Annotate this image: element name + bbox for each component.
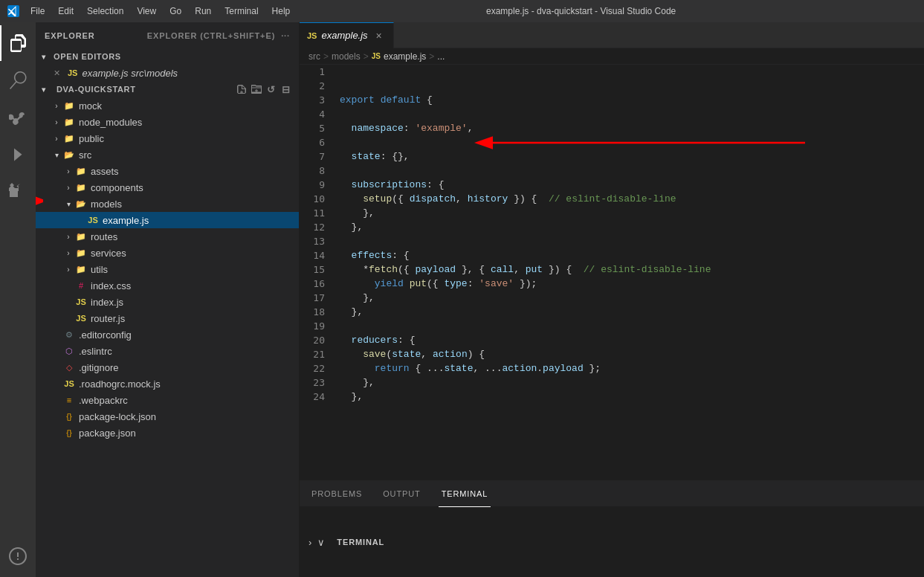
assets-folder-icon: 📁 bbox=[74, 167, 88, 176]
index-js-label: index.js bbox=[91, 297, 123, 308]
code-editor[interactable]: 1 2 3 4 5 6 7 8 9 10 11 12 13 14 15 16 1 bbox=[300, 65, 924, 480]
file-editorconfig[interactable]: › ⚙ .editorconfig bbox=[36, 326, 299, 343]
main-layout: EXPLORER Explorer (Ctrl+Shift+E) ··· ▾ O… bbox=[0, 22, 924, 577]
dva-header-chevron: ▾ bbox=[42, 86, 54, 94]
file-router-js[interactable]: › JS router.js bbox=[36, 310, 299, 326]
breadcrumb-file[interactable]: JS example.js bbox=[372, 51, 427, 62]
folder-src[interactable]: ▾ 📂 src bbox=[36, 146, 299, 163]
menu-run[interactable]: Run bbox=[195, 6, 211, 16]
tab-filename: example.js bbox=[321, 30, 367, 41]
panel-content: › ∨ TERMINAL bbox=[300, 507, 924, 577]
components-label: components bbox=[91, 182, 143, 193]
utils-folder-icon: 📁 bbox=[74, 265, 88, 274]
source-control-activity-icon[interactable] bbox=[0, 100, 36, 135]
remote-activity-icon[interactable] bbox=[0, 538, 36, 574]
line-num-12: 12 bbox=[300, 220, 325, 234]
routes-chevron: › bbox=[62, 233, 74, 241]
refresh-btn[interactable]: ↺ bbox=[265, 83, 278, 96]
line-num-13: 13 bbox=[300, 234, 325, 248]
folder-routes[interactable]: › 📁 routes bbox=[36, 228, 299, 245]
open-editor-close-icon[interactable]: ✕ bbox=[54, 68, 60, 78]
line-num-14: 14 bbox=[300, 248, 325, 262]
breadcrumb-models[interactable]: models bbox=[332, 51, 361, 62]
menu-file[interactable]: File bbox=[30, 6, 45, 16]
menu-help[interactable]: Help bbox=[272, 6, 291, 16]
code-line-22: }, bbox=[340, 377, 375, 388]
editorconfig-icon: ⚙ bbox=[62, 330, 76, 340]
new-folder-btn[interactable] bbox=[250, 83, 263, 96]
folder-mock[interactable]: › 📁 mock bbox=[36, 97, 299, 114]
collapse-btn[interactable]: ⊟ bbox=[280, 83, 293, 96]
file-package-json[interactable]: › {} package.json bbox=[36, 425, 299, 441]
file-index-css[interactable]: › # index.css bbox=[36, 277, 299, 294]
breadcrumb-src[interactable]: src bbox=[308, 51, 320, 62]
panel-tabs: PROBLEMS OUTPUT TERMINAL bbox=[300, 481, 924, 507]
terminal-down-icon: ∨ bbox=[317, 537, 325, 548]
line-num-11: 11 bbox=[300, 206, 325, 220]
code-line-2: export default { bbox=[340, 94, 433, 106]
models-chevron: ▾ bbox=[62, 200, 74, 208]
sidebar-content: ▾ OPEN EDITORS ✕ JS example.js src\model… bbox=[36, 48, 299, 577]
run-activity-icon[interactable] bbox=[0, 137, 36, 173]
folder-utils[interactable]: › 📁 utils bbox=[36, 261, 299, 277]
code-line-20: save(state, action) { bbox=[340, 349, 485, 360]
file-example-js[interactable]: › JS example.js bbox=[36, 212, 299, 228]
sidebar-more-icon[interactable]: ··· bbox=[281, 31, 290, 40]
folder-services[interactable]: › 📁 services bbox=[36, 245, 299, 261]
file-gitignore[interactable]: › ◇ .gitignore bbox=[36, 359, 299, 375]
vscode-icon bbox=[7, 5, 19, 17]
models-folder-icon: 📂 bbox=[74, 199, 88, 209]
output-tab[interactable]: OUTPUT bbox=[380, 481, 424, 507]
mock-chevron: › bbox=[51, 102, 62, 110]
code-line-21: return { ...state, ...action.payload }; bbox=[340, 363, 601, 374]
line-num-7: 7 bbox=[300, 149, 325, 164]
file-eslintrc[interactable]: › ⬡ .eslintrc bbox=[36, 343, 299, 359]
eslintrc-label: .eslintrc bbox=[79, 346, 112, 357]
folder-models[interactable]: ▾ 📂 models bbox=[36, 196, 299, 212]
line-num-23: 23 bbox=[300, 375, 325, 390]
line-num-1: 1 bbox=[300, 65, 325, 79]
editorconfig-label: .editorconfig bbox=[79, 329, 132, 341]
explorer-activity-icon[interactable] bbox=[0, 25, 36, 61]
code-line-14: *fetch({ payload }, { call, put }) { // … bbox=[340, 264, 711, 275]
gitignore-label: .gitignore bbox=[79, 362, 118, 373]
folder-public[interactable]: › 📁 public bbox=[36, 130, 299, 146]
title-bar-menu[interactable]: File Edit Selection View Go Run Terminal… bbox=[30, 6, 290, 16]
folder-components[interactable]: › 📁 components bbox=[36, 179, 299, 196]
menu-edit[interactable]: Edit bbox=[58, 6, 74, 16]
roadhogrc-icon: JS bbox=[62, 379, 76, 388]
tab-close-btn[interactable]: × bbox=[372, 29, 386, 42]
dva-quickstart-header[interactable]: ▾ DVA-QUICKSTART bbox=[36, 81, 299, 97]
line-num-15: 15 bbox=[300, 262, 325, 277]
file-roadhogrc[interactable]: › JS .roadhogrc.mock.js bbox=[36, 375, 299, 392]
folder-node-modules[interactable]: › 📁 node_modules bbox=[36, 114, 299, 130]
menu-selection[interactable]: Selection bbox=[87, 6, 123, 16]
breadcrumb-ellipsis: ... bbox=[437, 51, 445, 62]
open-editors-section-header[interactable]: ▾ OPEN EDITORS bbox=[36, 48, 299, 65]
terminal-tab[interactable]: TERMINAL bbox=[439, 481, 491, 507]
dva-header-actions: ↺ ⊟ bbox=[235, 83, 293, 96]
file-package-lock[interactable]: › {} package-lock.json bbox=[36, 408, 299, 425]
file-index-js[interactable]: › JS index.js bbox=[36, 294, 299, 310]
problems-tab[interactable]: PROBLEMS bbox=[308, 481, 365, 507]
menu-go[interactable]: Go bbox=[169, 6, 181, 16]
public-folder-icon: 📁 bbox=[62, 134, 76, 144]
extensions-activity-icon[interactable] bbox=[0, 174, 36, 210]
folder-assets[interactable]: › 📁 assets bbox=[36, 163, 299, 179]
utils-chevron: › bbox=[62, 265, 74, 274]
index-js-icon: JS bbox=[74, 297, 88, 306]
open-editors-chevron: ▾ bbox=[42, 53, 54, 61]
editor-tab-example-js[interactable]: JS example.js × bbox=[300, 22, 394, 48]
breadcrumb: src > models > JS example.js > ... bbox=[300, 48, 924, 65]
package-json-icon: {} bbox=[62, 428, 76, 437]
line-num-21: 21 bbox=[300, 347, 325, 361]
components-folder-icon: 📁 bbox=[74, 183, 88, 193]
search-activity-icon[interactable] bbox=[0, 62, 36, 98]
editor-area: JS example.js × src > models > JS exampl… bbox=[300, 22, 924, 577]
menu-terminal[interactable]: Terminal bbox=[224, 6, 258, 16]
new-file-btn[interactable] bbox=[235, 83, 248, 96]
code-content[interactable]: export default { namespace: 'example', s… bbox=[331, 65, 924, 480]
open-editor-item[interactable]: ✕ JS example.js src\models bbox=[36, 65, 299, 81]
menu-view[interactable]: View bbox=[137, 6, 156, 16]
file-webpackrc[interactable]: › ≡ .webpackrc bbox=[36, 392, 299, 408]
